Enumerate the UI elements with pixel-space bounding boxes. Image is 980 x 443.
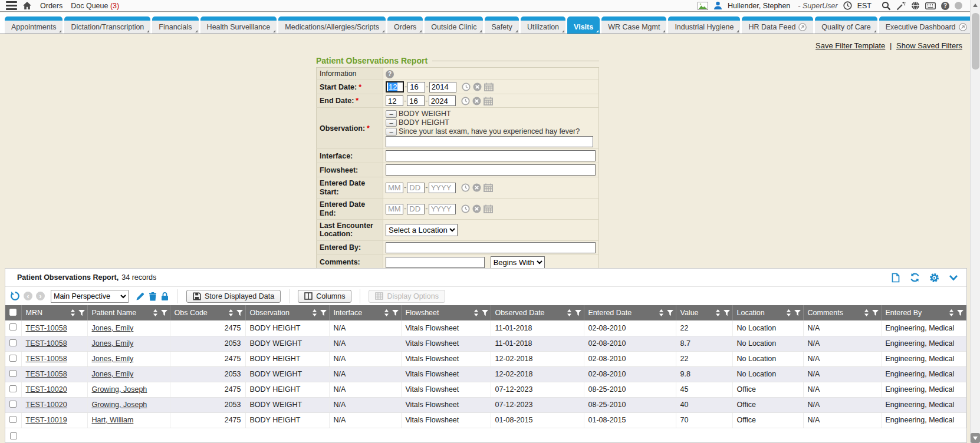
calendar-icon[interactable] bbox=[484, 183, 493, 192]
perspective-select[interactable]: Main Perspective bbox=[51, 290, 129, 303]
menu-icon[interactable] bbox=[6, 1, 17, 10]
filter-icon[interactable] bbox=[161, 310, 167, 316]
patient-name-link[interactable]: Growing, Joseph bbox=[92, 385, 147, 394]
tab-hr-data-feed[interactable]: HR Data Feed bbox=[742, 16, 813, 34]
clear-date-icon[interactable] bbox=[472, 183, 481, 192]
patient-name-link[interactable]: Hart, William bbox=[92, 416, 134, 424]
help-icon[interactable]: ? bbox=[941, 2, 949, 10]
observation-search-input[interactable] bbox=[386, 136, 593, 147]
start-date-day-input[interactable] bbox=[407, 82, 425, 92]
patient-name-link[interactable]: Jones, Emily bbox=[92, 370, 134, 378]
scroll-up-icon[interactable] bbox=[971, 0, 980, 10]
entered-date-end-month-input[interactable] bbox=[386, 204, 403, 214]
tab-health-surveillance[interactable]: Health Surveillance bbox=[200, 16, 277, 34]
row-checkbox[interactable] bbox=[9, 385, 17, 392]
location-select[interactable]: Select a Location bbox=[386, 224, 458, 236]
collapse-chevron-icon[interactable] bbox=[949, 275, 958, 281]
tab-dictation-transcription[interactable]: Dictation/Transcription bbox=[64, 16, 150, 34]
filter-icon[interactable] bbox=[667, 310, 673, 316]
row-checkbox[interactable] bbox=[9, 416, 17, 423]
scrollbar-thumb[interactable] bbox=[972, 13, 979, 70]
home-icon[interactable] bbox=[22, 1, 32, 10]
row-checkbox[interactable] bbox=[10, 432, 17, 439]
row-checkbox[interactable] bbox=[9, 370, 17, 377]
save-filter-template-link[interactable]: Save Filter Template bbox=[815, 41, 885, 50]
filter-icon[interactable] bbox=[957, 310, 963, 316]
tab-appointments[interactable]: Appointments bbox=[5, 16, 63, 34]
mrn-link[interactable]: TEST-10058 bbox=[26, 355, 67, 363]
filter-icon[interactable] bbox=[575, 310, 581, 316]
reset-view-icon[interactable] bbox=[10, 291, 20, 301]
mrn-link[interactable]: TEST-10058 bbox=[26, 324, 67, 332]
end-date-day-input[interactable] bbox=[407, 95, 425, 106]
globe-icon[interactable] bbox=[911, 1, 920, 10]
tab-safety[interactable]: Safety bbox=[485, 16, 518, 34]
mrn-link[interactable]: TEST-10020 bbox=[26, 385, 67, 394]
tab-financials[interactable]: Financials bbox=[152, 16, 198, 34]
show-saved-filters-link[interactable]: Show Saved Filters bbox=[896, 41, 962, 50]
tab-outside-clinic[interactable]: Outside Clinic bbox=[425, 16, 483, 34]
time-picker-icon[interactable] bbox=[461, 204, 470, 213]
sort-icon[interactable] bbox=[384, 309, 389, 316]
tab-wr-case-mgmt[interactable]: WR Case Mgmt bbox=[601, 16, 666, 34]
tab-utilization[interactable]: Utilization bbox=[521, 16, 565, 34]
edit-perspective-icon[interactable] bbox=[136, 292, 145, 301]
end-date-year-input[interactable] bbox=[429, 95, 456, 106]
sort-icon[interactable] bbox=[715, 309, 721, 316]
sort-icon[interactable] bbox=[312, 309, 317, 316]
filter-icon[interactable] bbox=[794, 310, 801, 316]
clear-date-icon[interactable] bbox=[472, 204, 481, 213]
start-date-year-input[interactable] bbox=[429, 82, 456, 92]
sort-icon[interactable] bbox=[864, 309, 869, 316]
filter-icon[interactable] bbox=[724, 310, 730, 316]
sort-icon[interactable] bbox=[567, 309, 572, 316]
remove-observation-button[interactable]: – bbox=[386, 128, 397, 135]
scroll-down-icon[interactable] bbox=[971, 433, 980, 443]
mrn-link[interactable]: TEST-10058 bbox=[26, 370, 67, 378]
comments-match-select[interactable]: Begins With bbox=[491, 256, 545, 269]
row-checkbox[interactable] bbox=[9, 355, 17, 362]
clear-date-icon[interactable] bbox=[473, 82, 482, 91]
end-date-month-input[interactable] bbox=[386, 95, 403, 106]
store-displayed-data-button[interactable]: Store Displayed Data bbox=[186, 290, 281, 303]
sort-icon[interactable] bbox=[659, 309, 664, 316]
filter-icon[interactable] bbox=[482, 310, 488, 316]
clock-icon[interactable] bbox=[843, 1, 852, 10]
tab-medications-allergies-scripts[interactable]: Medications/Allergies/Scripts bbox=[278, 16, 386, 34]
sort-icon[interactable] bbox=[153, 309, 158, 316]
tab-executive-dashboard[interactable]: Executive Dashboard bbox=[879, 16, 974, 34]
entered-date-start-month-input[interactable] bbox=[386, 183, 403, 193]
topbar-item-orders[interactable]: Orders bbox=[40, 2, 63, 10]
entered-date-start-year-input[interactable] bbox=[429, 183, 456, 193]
mrn-link[interactable]: TEST-10019 bbox=[26, 416, 67, 424]
patient-name-link[interactable]: Jones, Emily bbox=[92, 355, 134, 363]
filter-icon[interactable] bbox=[392, 310, 399, 316]
presence-indicator-icon[interactable] bbox=[955, 2, 962, 9]
filter-icon[interactable] bbox=[320, 310, 327, 316]
flowsheet-input[interactable] bbox=[386, 164, 596, 176]
filter-icon[interactable] bbox=[78, 310, 85, 316]
entered-date-start-day-input[interactable] bbox=[407, 183, 425, 193]
sort-icon[interactable] bbox=[70, 309, 75, 316]
entered-date-end-day-input[interactable] bbox=[407, 204, 425, 214]
calendar-icon[interactable] bbox=[484, 82, 494, 91]
next-perspective-icon[interactable]: › bbox=[36, 292, 45, 300]
search-icon[interactable] bbox=[882, 1, 891, 11]
mrn-link[interactable]: TEST-10058 bbox=[26, 339, 67, 348]
tab-quality-of-care[interactable]: Quality of Care bbox=[815, 16, 877, 34]
tab-orders[interactable]: Orders bbox=[387, 16, 423, 34]
sort-icon[interactable] bbox=[786, 309, 791, 316]
keyboard-icon[interactable] bbox=[925, 2, 936, 9]
patient-name-link[interactable]: Growing, Joseph bbox=[92, 401, 147, 409]
columns-button[interactable]: Columns bbox=[298, 290, 351, 303]
row-checkbox[interactable] bbox=[9, 323, 17, 330]
sort-icon[interactable] bbox=[949, 309, 954, 316]
page-scrollbar[interactable] bbox=[970, 0, 980, 443]
refresh-icon[interactable] bbox=[910, 273, 920, 282]
filter-icon[interactable] bbox=[236, 310, 243, 316]
time-picker-icon[interactable] bbox=[462, 82, 471, 91]
settings-gear-icon[interactable] bbox=[929, 273, 939, 283]
image-icon[interactable] bbox=[698, 2, 708, 10]
entered-date-end-year-input[interactable] bbox=[429, 204, 456, 214]
interface-input[interactable] bbox=[386, 150, 596, 161]
